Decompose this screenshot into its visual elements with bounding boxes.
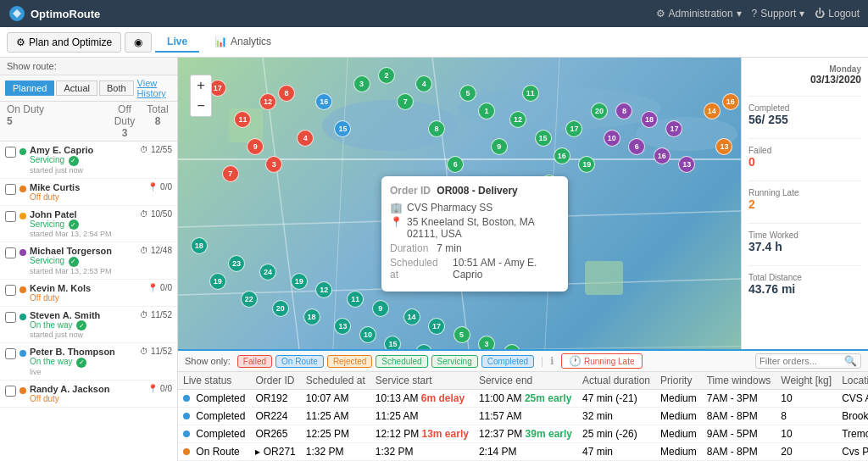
svg-line-9: [331, 58, 348, 397]
order-popup[interactable]: Order ID OR008 - Delivery 🏢 CVS Pharmacy…: [381, 176, 568, 292]
cell-service-start: 12:12 PM 13m early: [370, 425, 474, 443]
orders-tbody: Completed OR192 10:07 AM 10:13 AM 6m del…: [178, 390, 868, 461]
driver-started: started Mar 13, 2:54 PM: [30, 230, 136, 238]
tab-live[interactable]: Live: [155, 32, 199, 53]
view-history-link[interactable]: View History: [137, 78, 172, 98]
driver-dot: [19, 148, 26, 155]
col-actual-duration: Actual duration: [577, 372, 655, 390]
table-row[interactable]: Completed OR265 12:25 PM 12:12 PM 13m ea…: [178, 425, 868, 443]
driver-dot: [19, 286, 26, 293]
search-box[interactable]: 🔍: [755, 353, 861, 369]
sidebar: Show route: Planned Actual Both View His…: [0, 58, 178, 461]
driver-item[interactable]: Kevin M. Kols Off duty 📍 0/0: [0, 280, 177, 307]
cell-priority: Medium: [655, 425, 702, 443]
support-button[interactable]: ? Support ▾: [752, 8, 805, 19]
building-icon: 🏢: [390, 202, 402, 214]
tab-analytics[interactable]: 📊 Analytics: [203, 32, 283, 53]
table-row[interactable]: Completed OR192 10:07 AM 10:13 AM 6m del…: [178, 390, 868, 408]
cell-service-end: 2:14 PM: [474, 443, 577, 461]
status-dot: [183, 448, 190, 455]
cell-order-id: ▸ OR271: [250, 443, 300, 461]
help-icon: ?: [752, 8, 758, 19]
driver-name: Michael Torgerson: [30, 246, 136, 256]
svg-point-2: [458, 87, 661, 130]
driver-dot: [19, 387, 26, 394]
svg-rect-12: [229, 108, 263, 142]
col-service-end: Service end: [474, 372, 577, 390]
driver-started: started Mar 13, 2:53 PM: [30, 267, 136, 275]
driver-started: live: [30, 368, 136, 376]
driver-status: On the way ✓: [30, 357, 136, 368]
driver-checkbox[interactable]: [5, 348, 16, 359]
driver-checkbox[interactable]: [5, 211, 16, 222]
driver-checkbox[interactable]: [5, 285, 16, 296]
power-icon: ⏻: [815, 8, 825, 19]
both-button[interactable]: Both: [99, 81, 134, 96]
filter-failed[interactable]: Failed: [237, 355, 272, 368]
orders-table: Live status Order ID Scheduled at Servic…: [178, 372, 868, 461]
failed-stat: Failed 0: [748, 146, 861, 169]
filter-scheduled[interactable]: Scheduled: [376, 355, 427, 368]
cell-order-id: OR265: [250, 425, 300, 443]
driver-checkbox[interactable]: [5, 184, 16, 195]
driver-info: Amy E. Caprio Servicing ✓ started just n…: [30, 145, 136, 175]
driver-checkbox[interactable]: [5, 386, 16, 397]
header-right: ⚙ Administration ▾ ? Support ▾ ⏻ Logout: [656, 8, 860, 19]
driver-checkbox[interactable]: [5, 247, 16, 258]
logout-button[interactable]: ⏻ Logout: [815, 8, 860, 19]
divider-1: [748, 96, 861, 97]
driver-dot: [19, 213, 26, 219]
actual-button[interactable]: Actual: [56, 81, 97, 96]
divider-5: [748, 265, 861, 266]
table-header: Live status Order ID Scheduled at Servic…: [178, 372, 868, 390]
table-row[interactable]: Completed OR224 11:25 AM 11:25 AM 11:57 …: [178, 408, 868, 425]
driver-item[interactable]: Michael Torgerson Servicing ✓ started Ma…: [0, 242, 177, 280]
table-row[interactable]: On Route ▸ OR271 1:32 PM 1:32 PM 2:14 PM…: [178, 443, 868, 461]
cell-scheduled: 1:32 PM: [301, 443, 370, 461]
cell-time-windows: 8AM - 8PM: [702, 408, 776, 425]
signal-button[interactable]: ◉: [125, 32, 152, 53]
driver-info: Randy A. Jackson Off duty: [30, 384, 144, 403]
driver-item[interactable]: Mike Curtis Off duty 📍 0/0: [0, 179, 177, 206]
cell-actual-duration: 25 min (-26): [577, 425, 655, 443]
driver-item[interactable]: Steven A. Smith On the way ✓ started jus…: [0, 307, 177, 344]
orders-table-container: Live status Order ID Scheduled at Servic…: [178, 372, 868, 461]
driver-name: Randy A. Jackson: [30, 384, 144, 394]
driver-checkbox[interactable]: [5, 147, 16, 158]
admin-button[interactable]: ⚙ Administration ▾: [656, 8, 742, 19]
driver-item[interactable]: John Patel Servicing ✓ started Mar 13, 2…: [0, 206, 177, 243]
cell-status: Completed: [178, 390, 250, 408]
cell-service-start: 11:25 AM: [370, 408, 474, 425]
running-late-button[interactable]: 🕐 Running Late: [561, 353, 642, 369]
driver-item[interactable]: Peter B. Thompson On the way ✓ live ⏱ 11…: [0, 343, 177, 380]
route-buttons: Planned Actual Both: [5, 81, 134, 96]
svg-point-3: [636, 117, 737, 151]
cell-location: Cvs Pharmacy: [837, 443, 868, 461]
driver-item[interactable]: Randy A. Jackson Off duty 📍 0/0: [0, 380, 177, 408]
filter-on-route[interactable]: On Route: [275, 355, 324, 368]
planned-button[interactable]: Planned: [5, 81, 54, 96]
logo-text: OptimoRoute: [31, 8, 100, 20]
zoom-in-button[interactable]: +: [191, 75, 211, 96]
filter-rejected[interactable]: Rejected: [327, 355, 372, 368]
col-location: Location: [837, 372, 868, 390]
driver-dot: [19, 249, 26, 256]
cell-actual-duration: 47 min: [577, 443, 655, 461]
settings-button[interactable]: ⚙ Plan and Optimize: [7, 32, 121, 53]
filter-completed[interactable]: Completed: [481, 355, 534, 368]
col-service-start: Service start: [370, 372, 474, 390]
header-left: OptimoRoute: [8, 5, 100, 22]
zoom-out-button[interactable]: −: [191, 96, 211, 116]
driver-item[interactable]: Amy E. Caprio Servicing ✓ started just n…: [0, 142, 177, 179]
driver-list-header: On Duty 5 Off Duty 3 Total 8: [0, 102, 177, 142]
driver-dot: [19, 314, 26, 320]
col-time-windows: Time windows: [702, 372, 776, 390]
driver-checkbox[interactable]: [5, 312, 16, 323]
filter-servicing[interactable]: Servicing: [431, 355, 478, 368]
driver-status: On the way ✓: [30, 320, 136, 331]
search-input[interactable]: [760, 356, 844, 366]
chevron-down-icon: ▾: [737, 8, 742, 19]
cell-status: Completed: [178, 408, 250, 425]
cell-service-start: 10:13 AM 6m delay: [370, 390, 474, 408]
driver-info: Steven A. Smith On the way ✓ started jus…: [30, 310, 136, 340]
